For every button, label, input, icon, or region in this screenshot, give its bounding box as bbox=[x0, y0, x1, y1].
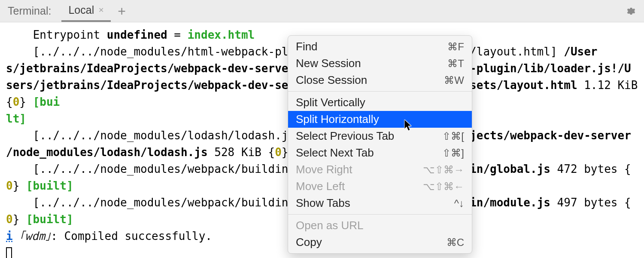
menu-item-shortcut: ⇧⌘[ bbox=[442, 130, 464, 142]
terminal-tabs: Local ✕ + bbox=[61, 0, 125, 22]
menu-item-label: Select Next Tab bbox=[296, 146, 374, 160]
plus-icon[interactable]: + bbox=[118, 4, 126, 18]
menu-item-find[interactable]: Find⌘F bbox=[288, 38, 472, 55]
menu-item-move-right: Move Right⌥⇧⌘→ bbox=[288, 161, 472, 178]
context-menu: Find⌘FNew Session⌘TClose Session⌘WSplit … bbox=[288, 35, 472, 254]
menu-item-show-tabs[interactable]: Show Tabs^↓ bbox=[288, 195, 472, 212]
menu-item-split-vertically[interactable]: Split Vertically bbox=[288, 94, 472, 111]
menu-item-label: New Session bbox=[296, 57, 361, 70]
menu-item-shortcut: ⌘T bbox=[447, 58, 464, 70]
menu-item-label: Move Left bbox=[296, 180, 345, 193]
menu-item-shortcut: ^↓ bbox=[454, 197, 464, 209]
gear-icon[interactable] bbox=[625, 6, 635, 16]
menu-separator bbox=[288, 91, 472, 92]
menu-item-move-left: Move Left⌥⇧⌘← bbox=[288, 178, 472, 195]
menu-item-close-session[interactable]: Close Session⌘W bbox=[288, 72, 472, 89]
menu-item-shortcut: ⌘C bbox=[447, 236, 464, 249]
menu-item-shortcut: ⌘W bbox=[444, 74, 464, 86]
menu-item-label: Move Right bbox=[296, 163, 352, 176]
tool-window-header: Terminal: Local ✕ + bbox=[0, 0, 644, 22]
menu-item-open-as-url: Open as URL bbox=[288, 217, 472, 234]
terminal-cursor bbox=[6, 247, 12, 258]
menu-item-label: Split Horizontally bbox=[296, 113, 379, 126]
menu-item-select-previous-tab[interactable]: Select Previous Tab⇧⌘[ bbox=[288, 128, 472, 144]
close-icon[interactable]: ✕ bbox=[98, 6, 104, 14]
menu-item-label: Open as URL bbox=[296, 219, 364, 232]
menu-item-new-session[interactable]: New Session⌘T bbox=[288, 55, 472, 72]
menu-item-label: Copy bbox=[296, 236, 322, 249]
menu-item-label: Select Previous Tab bbox=[296, 129, 394, 143]
menu-item-shortcut: ⇧⌘] bbox=[442, 147, 464, 159]
tool-window-title: Terminal: bbox=[8, 5, 51, 17]
menu-item-label: Close Session bbox=[296, 74, 367, 87]
menu-item-shortcut: ⌥⇧⌘← bbox=[423, 181, 464, 193]
tab-label: Local bbox=[68, 4, 94, 16]
menu-item-shortcut: ⌘F bbox=[447, 41, 464, 53]
tab-local[interactable]: Local ✕ bbox=[61, 0, 111, 22]
menu-item-copy[interactable]: Copy⌘C bbox=[288, 234, 472, 251]
menu-item-split-horizontally[interactable]: Split Horizontally bbox=[288, 111, 472, 128]
menu-item-shortcut: ⌥⇧⌘→ bbox=[423, 164, 464, 176]
menu-item-select-next-tab[interactable]: Select Next Tab⇧⌘] bbox=[288, 144, 472, 161]
menu-item-label: Split Vertically bbox=[296, 96, 365, 109]
menu-separator bbox=[288, 214, 472, 215]
menu-item-label: Find bbox=[296, 40, 318, 53]
menu-item-label: Show Tabs bbox=[296, 197, 350, 210]
